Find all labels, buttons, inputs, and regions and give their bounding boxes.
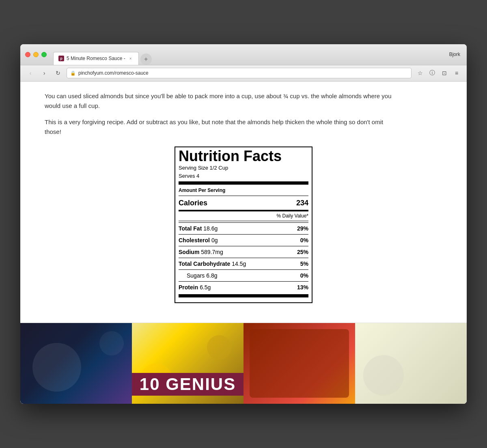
strip-image-4 [355,323,467,404]
article-text: You can used sliced almonds but since yo… [45,91,394,137]
tab-close-button[interactable]: × [128,56,134,61]
shield-button[interactable]: ⊡ [439,68,450,78]
forward-button[interactable]: › [39,68,50,78]
row-label: Total Fat 18.6g [179,225,218,232]
row-label: Sugars 6.8g [187,272,218,279]
strip-image-3 [244,323,355,404]
reload-button[interactable]: ↻ [53,68,63,78]
forward-icon: › [43,70,45,76]
row-daily-value: 0% [300,237,308,243]
strip-image-1 [20,323,132,404]
row-label: Cholesterol 0g [179,237,218,243]
medium-divider [179,210,308,211]
page-content: You can used sliced almonds but since yo… [20,82,467,323]
bookmark-button[interactable]: ☆ [415,68,425,78]
menu-icon: ≡ [455,70,458,76]
row-daily-value: 0% [300,272,308,279]
nutrition-row-protein: Protein 6.5g13% [179,283,308,292]
thin-divider-1 [179,196,308,196]
tab-title: 5 Minute Romesco Sauce - [67,56,125,61]
calories-value: 234 [296,199,308,207]
row-daily-value: 29% [297,225,308,232]
serves: Serves 4 [179,172,308,180]
thick-divider-1 [179,181,308,185]
calories-row: Calories 234 [179,197,308,209]
nutrition-title: Nutrition Facts [179,149,308,164]
row-label: Total Carbohydrate 14.5g [179,261,246,267]
back-icon: ‹ [30,70,32,76]
url-text: pinchofyum.com/romesco-sauce [78,70,149,76]
row-daily-value: 5% [300,261,308,267]
article-paragraph-1: You can used sliced almonds but since yo… [45,91,394,111]
daily-value-header: % Daily Value* [179,212,308,220]
active-tab[interactable]: p 5 Minute Romesco Sauce - × [53,52,139,65]
tab-favicon: p [58,56,64,61]
shield-icon: ⊡ [442,70,447,76]
row-label: Protein 6.5g [179,284,211,291]
amount-per-serving: Amount Per Serving [179,186,308,194]
star-icon: ☆ [418,70,423,76]
serving-size: Serving Size 1/2 Cup [179,164,308,172]
image-strip: 10 GENIUS [20,323,467,404]
nutrition-row-sugars: Sugars 6.8g0% [179,271,308,280]
thin-divider-row-2 [179,246,308,246]
nutrition-container: Nutrition Facts Serving Size 1/2 Cup Ser… [45,146,442,303]
nutrition-row-total-carbohydrate: Total Carbohydrate 14.5g5% [179,259,308,268]
nav-actions: ☆ ⓘ ⊡ ≡ [415,68,462,78]
new-tab-button[interactable]: + [140,54,152,65]
thin-divider-row-0 [179,222,308,223]
thin-divider-row-1 [179,234,308,235]
reload-icon: ↻ [56,70,60,76]
lock-icon: 🔒 [70,71,76,76]
minimize-button[interactable] [33,52,39,57]
thin-divider-row-5 [179,281,308,282]
info-button[interactable]: ⓘ [427,68,437,78]
thick-divider-2 [179,294,308,297]
title-bar: p 5 Minute Romesco Sauce - × + Bjork [20,44,467,65]
browser-window: p 5 Minute Romesco Sauce - × + Bjork ‹ ›… [20,44,467,404]
close-button[interactable] [25,52,30,57]
row-daily-value: 13% [297,284,308,291]
article-paragraph-2: This is a very forgiving recipe. Add or … [45,117,394,137]
genius-overlay: 10 GENIUS [132,373,244,396]
nutrition-label: Nutrition Facts Serving Size 1/2 Cup Ser… [175,146,312,303]
thin-divider-row-4 [179,269,308,270]
info-icon: ⓘ [429,69,435,77]
menu-button[interactable]: ≡ [451,68,462,78]
nutrition-row-cholesterol: Cholesterol 0g0% [179,236,308,245]
row-label: Sodium 589.7mg [179,249,223,255]
back-button[interactable]: ‹ [25,68,36,78]
thin-divider-2 [179,221,308,221]
tab-bar: p 5 Minute Romesco Sauce - × + [53,44,152,65]
row-daily-value: 25% [297,249,308,255]
address-bar[interactable]: 🔒 pinchofyum.com/romesco-sauce [67,68,412,78]
nutrition-row-total-fat: Total Fat 18.6g29% [179,224,308,233]
thin-divider-row-3 [179,258,308,258]
nutrition-row-sodium: Sodium 589.7mg25% [179,248,308,256]
traffic-lights [25,52,47,57]
strip-image-2: 10 GENIUS [132,323,244,404]
profile-name: Bjork [449,52,460,57]
nav-bar: ‹ › ↻ 🔒 pinchofyum.com/romesco-sauce ☆ ⓘ… [20,65,467,82]
nutrition-rows: Total Fat 18.6g29%Cholesterol 0g0%Sodium… [179,222,308,292]
maximize-button[interactable] [41,52,47,57]
calories-label: Calories [179,199,207,207]
